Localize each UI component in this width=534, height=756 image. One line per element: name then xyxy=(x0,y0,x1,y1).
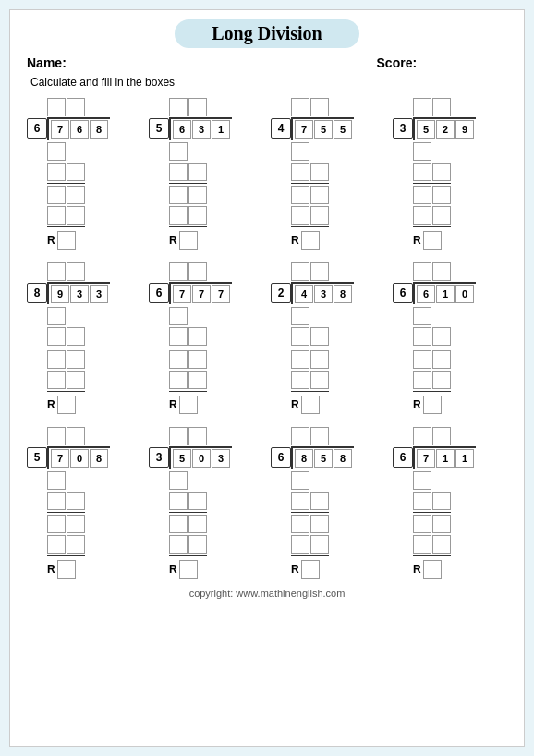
work-cell[interactable] xyxy=(67,327,85,346)
work-cell[interactable] xyxy=(188,186,207,204)
work-cell[interactable] xyxy=(67,515,85,533)
remainder-cell[interactable] xyxy=(301,231,320,250)
work-cell[interactable] xyxy=(413,350,431,369)
work-cell[interactable] xyxy=(47,535,66,554)
work-cell[interactable] xyxy=(169,471,188,490)
work-cell[interactable] xyxy=(310,163,329,181)
name-underline[interactable] xyxy=(74,67,259,67)
work-cell[interactable] xyxy=(188,327,207,346)
work-cell[interactable] xyxy=(432,186,451,204)
work-cell[interactable] xyxy=(432,371,451,389)
work-cell[interactable] xyxy=(67,371,85,389)
quotient-cell[interactable] xyxy=(413,98,431,116)
work-cell[interactable] xyxy=(188,371,207,389)
work-cell[interactable] xyxy=(310,327,329,346)
score-field[interactable]: Score: xyxy=(377,55,507,70)
work-cell[interactable] xyxy=(188,206,207,225)
work-cell[interactable] xyxy=(67,186,85,204)
quotient-cell[interactable] xyxy=(291,98,309,116)
work-cell[interactable] xyxy=(432,492,451,510)
work-cell[interactable] xyxy=(413,535,431,554)
work-cell[interactable] xyxy=(169,142,188,161)
work-cell[interactable] xyxy=(188,163,207,181)
quotient-cell[interactable] xyxy=(432,427,451,445)
work-cell[interactable] xyxy=(47,142,66,161)
work-cell[interactable] xyxy=(291,206,309,225)
remainder-cell[interactable] xyxy=(301,560,320,579)
work-cell[interactable] xyxy=(47,350,66,369)
name-field[interactable]: Name: xyxy=(27,55,259,70)
work-cell[interactable] xyxy=(169,515,188,533)
quotient-cell[interactable] xyxy=(169,98,188,116)
work-cell[interactable] xyxy=(310,535,329,554)
work-cell[interactable] xyxy=(413,515,431,533)
quotient-cell[interactable] xyxy=(291,427,309,445)
work-cell[interactable] xyxy=(413,186,431,204)
quotient-cell[interactable] xyxy=(310,262,329,281)
score-underline[interactable] xyxy=(424,67,507,67)
work-cell[interactable] xyxy=(188,350,207,369)
work-cell[interactable] xyxy=(291,492,309,510)
work-cell[interactable] xyxy=(47,327,66,346)
work-cell[interactable] xyxy=(291,350,309,369)
work-cell[interactable] xyxy=(310,492,329,510)
work-cell[interactable] xyxy=(432,535,451,554)
quotient-cell[interactable] xyxy=(47,262,66,281)
work-cell[interactable] xyxy=(169,350,188,369)
work-cell[interactable] xyxy=(169,492,188,510)
remainder-cell[interactable] xyxy=(423,560,442,579)
work-cell[interactable] xyxy=(413,492,431,510)
work-cell[interactable] xyxy=(310,186,329,204)
work-cell[interactable] xyxy=(432,163,451,181)
quotient-cell[interactable] xyxy=(291,262,309,281)
work-cell[interactable] xyxy=(413,371,431,389)
work-cell[interactable] xyxy=(67,206,85,225)
work-cell[interactable] xyxy=(413,142,431,161)
quotient-cell[interactable] xyxy=(188,427,207,445)
work-cell[interactable] xyxy=(169,535,188,554)
work-cell[interactable] xyxy=(47,206,66,225)
work-cell[interactable] xyxy=(291,163,309,181)
work-cell[interactable] xyxy=(188,535,207,554)
work-cell[interactable] xyxy=(47,515,66,533)
quotient-cell[interactable] xyxy=(169,427,188,445)
work-cell[interactable] xyxy=(291,515,309,533)
work-cell[interactable] xyxy=(67,350,85,369)
quotient-cell[interactable] xyxy=(67,262,85,281)
work-cell[interactable] xyxy=(432,515,451,533)
work-cell[interactable] xyxy=(413,163,431,181)
work-cell[interactable] xyxy=(47,492,66,510)
work-cell[interactable] xyxy=(291,535,309,554)
quotient-cell[interactable] xyxy=(310,98,329,116)
work-cell[interactable] xyxy=(169,371,188,389)
remainder-cell[interactable] xyxy=(301,396,320,414)
work-cell[interactable] xyxy=(432,350,451,369)
quotient-cell[interactable] xyxy=(67,427,85,445)
quotient-cell[interactable] xyxy=(188,262,207,281)
work-cell[interactable] xyxy=(291,307,309,325)
work-cell[interactable] xyxy=(47,186,66,204)
work-cell[interactable] xyxy=(169,186,188,204)
quotient-cell[interactable] xyxy=(47,427,66,445)
work-cell[interactable] xyxy=(413,471,431,490)
work-cell[interactable] xyxy=(291,186,309,204)
work-cell[interactable] xyxy=(67,163,85,181)
remainder-cell[interactable] xyxy=(57,231,76,250)
remainder-cell[interactable] xyxy=(179,560,198,579)
work-cell[interactable] xyxy=(291,142,309,161)
work-cell[interactable] xyxy=(188,515,207,533)
remainder-cell[interactable] xyxy=(423,396,442,414)
work-cell[interactable] xyxy=(169,163,188,181)
work-cell[interactable] xyxy=(291,471,309,490)
remainder-cell[interactable] xyxy=(423,231,442,250)
work-cell[interactable] xyxy=(67,535,85,554)
work-cell[interactable] xyxy=(413,327,431,346)
work-cell[interactable] xyxy=(169,206,188,225)
quotient-cell[interactable] xyxy=(432,262,451,281)
work-cell[interactable] xyxy=(291,371,309,389)
quotient-cell[interactable] xyxy=(413,427,431,445)
work-cell[interactable] xyxy=(67,492,85,510)
work-cell[interactable] xyxy=(432,327,451,346)
remainder-cell[interactable] xyxy=(57,560,76,579)
work-cell[interactable] xyxy=(310,371,329,389)
